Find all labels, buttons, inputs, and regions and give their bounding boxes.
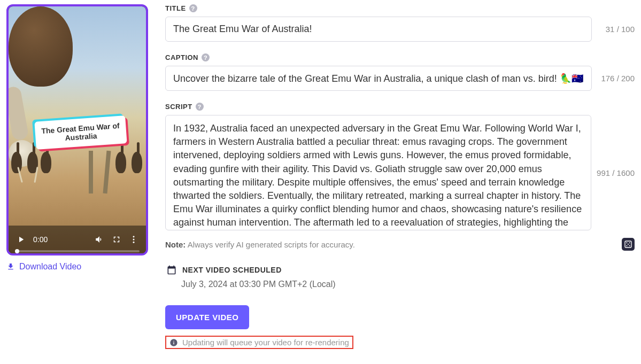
svg-point-1 <box>133 239 135 241</box>
info-icon <box>169 338 178 347</box>
queue-note: Updating will queue your video for re-re… <box>165 336 353 349</box>
svg-point-6 <box>628 244 629 245</box>
script-textarea[interactable] <box>166 115 591 228</box>
video-progress[interactable] <box>15 250 140 252</box>
calendar-icon <box>166 265 177 275</box>
script-label: SCRIPT ? <box>165 103 635 111</box>
title-label: TITLE ? <box>165 4 635 12</box>
svg-point-7 <box>626 245 627 246</box>
script-counter: 991 / 1600 <box>597 168 635 177</box>
update-video-button[interactable]: UPDATE VIDEO <box>165 305 249 329</box>
caption-input[interactable] <box>165 66 592 91</box>
play-icon[interactable] <box>16 235 26 244</box>
note-text: Note: Always verify AI generated scripts… <box>165 240 355 249</box>
svg-point-0 <box>133 236 135 237</box>
randomize-button[interactable] <box>622 238 635 251</box>
help-icon[interactable]: ? <box>196 103 204 111</box>
svg-point-2 <box>133 242 135 243</box>
more-icon[interactable] <box>129 235 138 244</box>
help-icon[interactable]: ? <box>189 4 197 12</box>
title-counter: 31 / 100 <box>597 25 635 34</box>
fullscreen-icon[interactable] <box>112 235 121 244</box>
video-controls: 0:00 <box>9 226 146 253</box>
svg-point-8 <box>629 245 630 246</box>
download-video-link[interactable]: Download Video <box>6 262 148 272</box>
title-input[interactable] <box>165 17 592 42</box>
video-time: 0:00 <box>33 235 48 244</box>
caption-label: CAPTION ? <box>165 53 635 61</box>
svg-point-4 <box>626 242 627 243</box>
svg-point-5 <box>629 242 630 243</box>
download-icon <box>6 262 15 271</box>
schedule-label: NEXT VIDEO SCHEDULED <box>166 265 635 275</box>
help-icon[interactable]: ? <box>202 53 210 61</box>
caption-counter: 176 / 200 <box>597 74 635 83</box>
schedule-time: July 3, 2024 at 03:30 PM GMT+2 (Local) <box>181 280 635 289</box>
dice-icon <box>624 240 632 249</box>
volume-icon[interactable] <box>95 235 104 244</box>
video-preview[interactable]: The Great Emu War of Australia 0:00 <box>6 4 148 255</box>
download-video-label: Download Video <box>19 262 81 272</box>
